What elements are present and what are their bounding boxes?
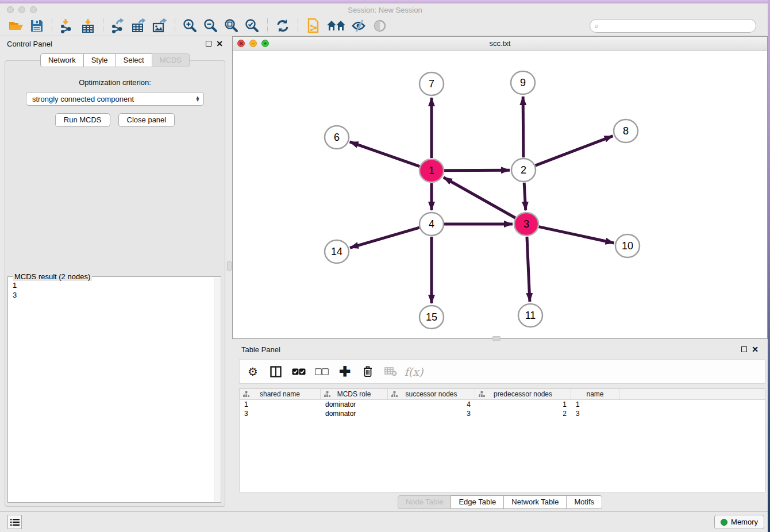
graph-node-11[interactable]: 11 <box>518 304 542 327</box>
zoom-in-icon[interactable] <box>182 18 199 34</box>
horizontal-splitter-handle[interactable] <box>492 336 500 341</box>
refresh-layout-icon[interactable] <box>274 18 291 34</box>
import-network-icon[interactable] <box>59 18 76 34</box>
graph-edge-2-9[interactable] <box>523 97 523 157</box>
zoom-out-icon[interactable] <box>202 18 220 34</box>
graph-edge-2-3[interactable] <box>524 183 526 210</box>
first-neighbors-icon[interactable] <box>325 18 347 34</box>
table-cell[interactable]: 1 <box>475 400 571 409</box>
minimize-window-button[interactable] <box>18 6 25 13</box>
node-table[interactable]: shared nameMCDS rolesuccessor nodesprede… <box>239 388 765 492</box>
table-cell[interactable]: 3 <box>240 409 321 418</box>
tab-style[interactable]: Style <box>83 53 116 67</box>
graph-edge-2-8[interactable] <box>536 136 613 166</box>
graph-edge-1-6[interactable] <box>350 142 420 167</box>
copy-style-icon[interactable] <box>305 18 322 34</box>
select-all-rows-icon[interactable] <box>291 364 306 379</box>
deselect-all-rows-icon[interactable] <box>314 364 329 379</box>
graph-node-9[interactable]: 9 <box>511 71 535 94</box>
delete-column-icon[interactable] <box>360 364 375 379</box>
toolbar-separator <box>52 18 52 33</box>
network-zoom-button[interactable]: + <box>261 40 269 47</box>
graph-edge-3-1[interactable] <box>444 178 515 218</box>
close-window-button[interactable] <box>7 6 14 13</box>
open-file-icon[interactable] <box>7 18 25 34</box>
graph-node-2[interactable]: 2 <box>511 159 536 182</box>
application-window: Session: New Session <box>0 0 770 532</box>
graph-edge-4-14[interactable] <box>350 228 419 248</box>
graph-node-15[interactable]: 15 <box>419 306 444 329</box>
float-table-panel-icon[interactable] <box>741 346 747 352</box>
create-column-icon[interactable]: ✚ <box>337 364 352 379</box>
table-cell[interactable]: dominator <box>321 400 388 409</box>
main-toolbar: ⌕ <box>0 16 767 36</box>
graph-node-3[interactable]: 3 <box>514 213 538 236</box>
show-all-icon[interactable] <box>371 18 388 34</box>
table-cell[interactable]: 3 <box>571 409 619 418</box>
zoom-selected-icon[interactable] <box>244 18 261 34</box>
graph-edge-3-11[interactable] <box>527 237 530 302</box>
graph-node-1[interactable]: 1 <box>419 159 444 182</box>
search-icon: ⌕ <box>595 21 599 30</box>
vertical-splitter-handle[interactable] <box>227 261 232 271</box>
close-table-panel-icon[interactable]: ✕ <box>752 346 759 352</box>
table-cell[interactable]: dominator <box>321 409 388 418</box>
search-box[interactable]: ⌕ <box>590 19 756 33</box>
column-header-predecessor-nodes[interactable]: predecessor nodes <box>475 389 571 399</box>
search-input[interactable] <box>599 21 756 31</box>
tab-network[interactable]: Network <box>40 53 84 67</box>
graph-node-8[interactable]: 8 <box>614 119 638 142</box>
table-cell[interactable]: 4 <box>388 400 475 409</box>
network-canvas[interactable]: 7968124314101511 <box>233 51 767 338</box>
table-header-row: shared nameMCDS rolesuccessor nodesprede… <box>240 389 765 400</box>
column-header-name[interactable]: name <box>571 389 619 399</box>
hide-selected-icon[interactable] <box>351 18 368 34</box>
table-row[interactable]: 1dominator411 <box>240 400 765 409</box>
graph-node-10[interactable]: 10 <box>615 234 640 257</box>
table-settings-icon[interactable]: ⚙ <box>245 364 260 379</box>
mcds-result-text[interactable]: 1 3 <box>9 278 213 501</box>
table-row[interactable]: 3dominator323 <box>240 409 765 418</box>
export-image-icon[interactable] <box>151 18 168 34</box>
import-table-icon[interactable] <box>79 18 97 34</box>
network-minimize-button[interactable]: − <box>249 40 257 47</box>
svg-text:11: 11 <box>525 310 536 321</box>
close-panel-icon[interactable]: ✕ <box>216 41 223 47</box>
tab-select[interactable]: Select <box>116 53 152 67</box>
tab-mcds[interactable]: MCDS <box>152 53 190 67</box>
tab-motifs[interactable]: Motifs <box>566 495 602 509</box>
table-cell[interactable]: 3 <box>388 409 475 418</box>
tab-network-table[interactable]: Network Table <box>503 495 567 509</box>
zoom-fit-icon[interactable] <box>223 18 240 34</box>
table-cell[interactable]: 1 <box>240 400 321 409</box>
float-panel-icon[interactable] <box>206 41 211 47</box>
memory-button[interactable]: Memory <box>714 515 764 529</box>
column-header-shared-name[interactable]: shared name <box>240 389 321 399</box>
graph-node-6[interactable]: 6 <box>325 126 349 149</box>
graph-edge-1-2[interactable] <box>444 170 510 171</box>
network-graph[interactable]: 7968124314101511 <box>233 51 767 338</box>
column-header-MCDS-role[interactable]: MCDS role <box>321 389 388 399</box>
export-network-icon[interactable] <box>110 18 127 34</box>
tab-node-table[interactable]: Node Table <box>398 495 452 509</box>
graph-node-14[interactable]: 14 <box>325 240 349 263</box>
network-close-button[interactable]: ✕ <box>237 40 245 47</box>
show-columns-icon[interactable] <box>268 364 283 379</box>
criterion-select[interactable]: strongly connected component ▲▼ <box>26 92 204 106</box>
run-mcds-button[interactable]: Run MCDS <box>55 113 110 127</box>
table-cell[interactable]: 2 <box>475 409 571 418</box>
tab-edge-table[interactable]: Edge Table <box>451 495 504 509</box>
save-session-icon[interactable] <box>28 18 45 34</box>
graph-node-7[interactable]: 7 <box>419 72 444 95</box>
svg-text:3: 3 <box>523 218 529 230</box>
export-table-icon[interactable] <box>130 18 148 34</box>
graph-node-4[interactable]: 4 <box>419 213 444 236</box>
graph-edge-3-10[interactable] <box>539 227 614 243</box>
network-titlebar[interactable]: scc.txt ✕ − + <box>233 37 767 51</box>
result-scrollbar[interactable] <box>214 277 220 502</box>
table-cell[interactable]: 1 <box>571 400 619 409</box>
close-panel-button[interactable]: Close panel <box>118 113 175 127</box>
column-header-successor-nodes[interactable]: successor nodes <box>388 389 475 399</box>
task-history-button[interactable] <box>7 515 22 529</box>
maximize-window-button[interactable] <box>30 6 37 13</box>
